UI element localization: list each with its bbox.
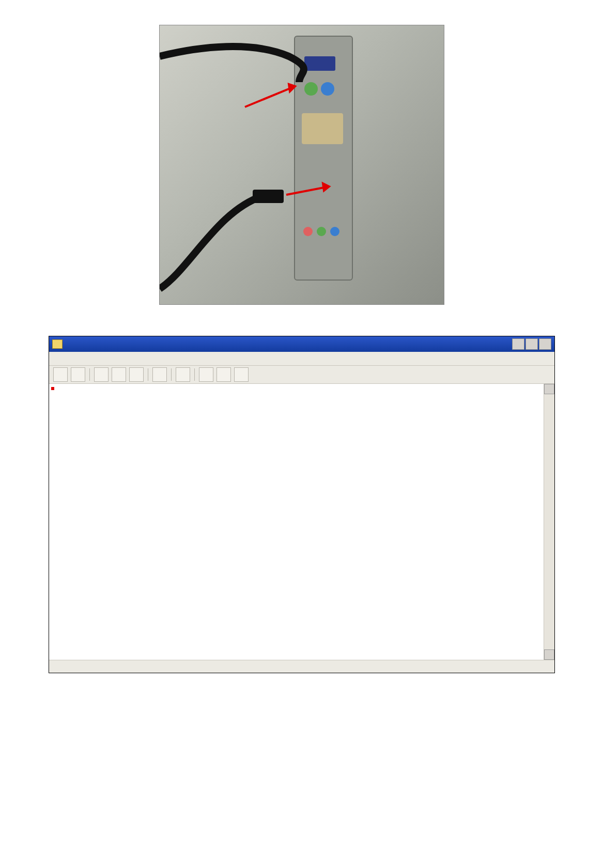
toolbar-print-icon[interactable]: [129, 367, 144, 382]
toolbar-tree-icon[interactable]: [94, 367, 109, 382]
toolbar-remove-icon[interactable]: [217, 367, 231, 382]
minimize-button[interactable]: [512, 338, 524, 350]
tree-pane: [49, 384, 554, 660]
scrollbar[interactable]: [544, 384, 554, 660]
statusbar: [49, 660, 554, 673]
toolbar-scan-icon[interactable]: [199, 367, 213, 382]
menubar[interactable]: [49, 352, 554, 366]
toolbar-forward-icon[interactable]: [71, 367, 85, 382]
svg-rect-0: [253, 190, 284, 203]
device-manager-window: [49, 336, 555, 673]
figure-pc-back: [21, 25, 582, 305]
toolbar-back-icon[interactable]: [53, 367, 68, 382]
vga-port: [304, 56, 335, 71]
maximize-button[interactable]: [525, 338, 538, 350]
ps2-port-2: [321, 82, 334, 96]
parallel-port: [302, 113, 343, 144]
io-plate: [294, 36, 353, 281]
highlight-box: [51, 387, 54, 390]
ps2-port-1: [304, 82, 318, 96]
toolbar: [49, 366, 554, 384]
scroll-up-icon[interactable]: [544, 384, 554, 394]
audio-jacks: [303, 227, 339, 236]
toolbar-properties-icon[interactable]: [176, 367, 190, 382]
svg-line-1: [245, 86, 295, 107]
toolbar-refresh-icon[interactable]: [112, 367, 126, 382]
close-button[interactable]: [539, 338, 551, 350]
scroll-down-icon[interactable]: [544, 649, 554, 660]
app-icon: [52, 339, 63, 349]
titlebar[interactable]: [49, 336, 554, 352]
toolbar-update-icon[interactable]: [234, 367, 249, 382]
pc-photo: [159, 25, 444, 305]
toolbar-help-icon[interactable]: [152, 367, 167, 382]
